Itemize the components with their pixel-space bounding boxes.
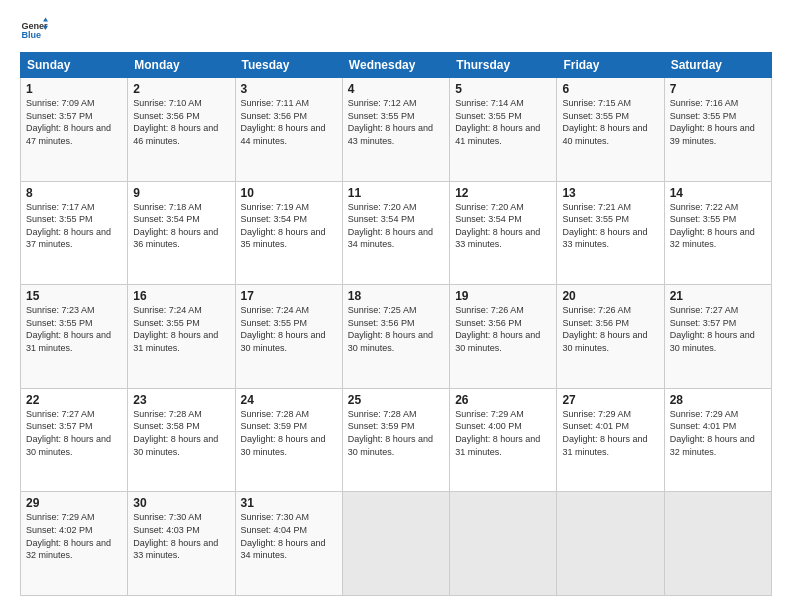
calendar-cell: 8 Sunrise: 7:17 AM Sunset: 3:55 PM Dayli… (21, 181, 128, 285)
day-info: Sunrise: 7:26 AM Sunset: 3:56 PM Dayligh… (562, 304, 658, 354)
day-number: 5 (455, 82, 551, 96)
day-number: 17 (241, 289, 337, 303)
day-number: 16 (133, 289, 229, 303)
day-number: 7 (670, 82, 766, 96)
day-info: Sunrise: 7:21 AM Sunset: 3:55 PM Dayligh… (562, 201, 658, 251)
calendar-cell: 14 Sunrise: 7:22 AM Sunset: 3:55 PM Dayl… (664, 181, 771, 285)
svg-text:Blue: Blue (21, 30, 41, 40)
day-info: Sunrise: 7:28 AM Sunset: 3:59 PM Dayligh… (348, 408, 444, 458)
calendar-cell: 25 Sunrise: 7:28 AM Sunset: 3:59 PM Dayl… (342, 388, 449, 492)
day-info: Sunrise: 7:12 AM Sunset: 3:55 PM Dayligh… (348, 97, 444, 147)
calendar-cell (557, 492, 664, 596)
calendar-cell (450, 492, 557, 596)
day-number: 21 (670, 289, 766, 303)
day-info: Sunrise: 7:22 AM Sunset: 3:55 PM Dayligh… (670, 201, 766, 251)
calendar-cell: 5 Sunrise: 7:14 AM Sunset: 3:55 PM Dayli… (450, 78, 557, 182)
calendar-header-row: SundayMondayTuesdayWednesdayThursdayFrid… (21, 53, 772, 78)
calendar-cell: 3 Sunrise: 7:11 AM Sunset: 3:56 PM Dayli… (235, 78, 342, 182)
calendar-cell: 24 Sunrise: 7:28 AM Sunset: 3:59 PM Dayl… (235, 388, 342, 492)
day-number: 6 (562, 82, 658, 96)
page: General Blue SundayMondayTuesdayWednesda… (0, 0, 792, 612)
day-info: Sunrise: 7:24 AM Sunset: 3:55 PM Dayligh… (133, 304, 229, 354)
calendar-week-row: 15 Sunrise: 7:23 AM Sunset: 3:55 PM Dayl… (21, 285, 772, 389)
day-number: 12 (455, 186, 551, 200)
day-info: Sunrise: 7:10 AM Sunset: 3:56 PM Dayligh… (133, 97, 229, 147)
day-info: Sunrise: 7:28 AM Sunset: 3:58 PM Dayligh… (133, 408, 229, 458)
day-number: 13 (562, 186, 658, 200)
calendar-week-row: 1 Sunrise: 7:09 AM Sunset: 3:57 PM Dayli… (21, 78, 772, 182)
logo: General Blue (20, 16, 48, 44)
day-number: 30 (133, 496, 229, 510)
calendar-week-row: 29 Sunrise: 7:29 AM Sunset: 4:02 PM Dayl… (21, 492, 772, 596)
day-number: 31 (241, 496, 337, 510)
day-info: Sunrise: 7:20 AM Sunset: 3:54 PM Dayligh… (455, 201, 551, 251)
calendar-day-header: Sunday (21, 53, 128, 78)
day-info: Sunrise: 7:14 AM Sunset: 3:55 PM Dayligh… (455, 97, 551, 147)
calendar-cell: 17 Sunrise: 7:24 AM Sunset: 3:55 PM Dayl… (235, 285, 342, 389)
day-number: 4 (348, 82, 444, 96)
day-info: Sunrise: 7:19 AM Sunset: 3:54 PM Dayligh… (241, 201, 337, 251)
day-number: 14 (670, 186, 766, 200)
calendar-day-header: Friday (557, 53, 664, 78)
calendar-day-header: Saturday (664, 53, 771, 78)
calendar-cell: 12 Sunrise: 7:20 AM Sunset: 3:54 PM Dayl… (450, 181, 557, 285)
calendar-cell: 4 Sunrise: 7:12 AM Sunset: 3:55 PM Dayli… (342, 78, 449, 182)
day-info: Sunrise: 7:16 AM Sunset: 3:55 PM Dayligh… (670, 97, 766, 147)
calendar-cell: 13 Sunrise: 7:21 AM Sunset: 3:55 PM Dayl… (557, 181, 664, 285)
calendar-cell: 23 Sunrise: 7:28 AM Sunset: 3:58 PM Dayl… (128, 388, 235, 492)
day-info: Sunrise: 7:20 AM Sunset: 3:54 PM Dayligh… (348, 201, 444, 251)
day-info: Sunrise: 7:26 AM Sunset: 3:56 PM Dayligh… (455, 304, 551, 354)
calendar-cell: 9 Sunrise: 7:18 AM Sunset: 3:54 PM Dayli… (128, 181, 235, 285)
calendar-cell (342, 492, 449, 596)
day-info: Sunrise: 7:29 AM Sunset: 4:00 PM Dayligh… (455, 408, 551, 458)
calendar-cell: 7 Sunrise: 7:16 AM Sunset: 3:55 PM Dayli… (664, 78, 771, 182)
day-info: Sunrise: 7:18 AM Sunset: 3:54 PM Dayligh… (133, 201, 229, 251)
day-number: 10 (241, 186, 337, 200)
day-number: 3 (241, 82, 337, 96)
calendar-day-header: Tuesday (235, 53, 342, 78)
calendar-cell: 21 Sunrise: 7:27 AM Sunset: 3:57 PM Dayl… (664, 285, 771, 389)
day-number: 19 (455, 289, 551, 303)
day-number: 28 (670, 393, 766, 407)
calendar-cell: 2 Sunrise: 7:10 AM Sunset: 3:56 PM Dayli… (128, 78, 235, 182)
calendar-cell: 28 Sunrise: 7:29 AM Sunset: 4:01 PM Dayl… (664, 388, 771, 492)
calendar-cell: 31 Sunrise: 7:30 AM Sunset: 4:04 PM Dayl… (235, 492, 342, 596)
day-info: Sunrise: 7:15 AM Sunset: 3:55 PM Dayligh… (562, 97, 658, 147)
day-info: Sunrise: 7:17 AM Sunset: 3:55 PM Dayligh… (26, 201, 122, 251)
calendar-day-header: Thursday (450, 53, 557, 78)
calendar-cell: 15 Sunrise: 7:23 AM Sunset: 3:55 PM Dayl… (21, 285, 128, 389)
calendar-day-header: Wednesday (342, 53, 449, 78)
day-info: Sunrise: 7:24 AM Sunset: 3:55 PM Dayligh… (241, 304, 337, 354)
calendar-cell: 1 Sunrise: 7:09 AM Sunset: 3:57 PM Dayli… (21, 78, 128, 182)
calendar-cell: 11 Sunrise: 7:20 AM Sunset: 3:54 PM Dayl… (342, 181, 449, 285)
day-number: 27 (562, 393, 658, 407)
day-number: 29 (26, 496, 122, 510)
day-info: Sunrise: 7:09 AM Sunset: 3:57 PM Dayligh… (26, 97, 122, 147)
calendar-cell: 6 Sunrise: 7:15 AM Sunset: 3:55 PM Dayli… (557, 78, 664, 182)
day-number: 20 (562, 289, 658, 303)
calendar-week-row: 22 Sunrise: 7:27 AM Sunset: 3:57 PM Dayl… (21, 388, 772, 492)
day-info: Sunrise: 7:29 AM Sunset: 4:01 PM Dayligh… (562, 408, 658, 458)
calendar-cell: 19 Sunrise: 7:26 AM Sunset: 3:56 PM Dayl… (450, 285, 557, 389)
day-info: Sunrise: 7:25 AM Sunset: 3:56 PM Dayligh… (348, 304, 444, 354)
day-number: 18 (348, 289, 444, 303)
calendar-cell (664, 492, 771, 596)
day-info: Sunrise: 7:29 AM Sunset: 4:02 PM Dayligh… (26, 511, 122, 561)
day-number: 15 (26, 289, 122, 303)
day-number: 2 (133, 82, 229, 96)
day-number: 8 (26, 186, 122, 200)
header: General Blue (20, 16, 772, 44)
day-info: Sunrise: 7:30 AM Sunset: 4:04 PM Dayligh… (241, 511, 337, 561)
day-number: 9 (133, 186, 229, 200)
day-number: 22 (26, 393, 122, 407)
calendar-cell: 10 Sunrise: 7:19 AM Sunset: 3:54 PM Dayl… (235, 181, 342, 285)
day-info: Sunrise: 7:28 AM Sunset: 3:59 PM Dayligh… (241, 408, 337, 458)
day-number: 1 (26, 82, 122, 96)
calendar-cell: 20 Sunrise: 7:26 AM Sunset: 3:56 PM Dayl… (557, 285, 664, 389)
calendar-cell: 22 Sunrise: 7:27 AM Sunset: 3:57 PM Dayl… (21, 388, 128, 492)
day-info: Sunrise: 7:29 AM Sunset: 4:01 PM Dayligh… (670, 408, 766, 458)
calendar-cell: 29 Sunrise: 7:29 AM Sunset: 4:02 PM Dayl… (21, 492, 128, 596)
day-number: 26 (455, 393, 551, 407)
calendar-cell: 18 Sunrise: 7:25 AM Sunset: 3:56 PM Dayl… (342, 285, 449, 389)
day-number: 23 (133, 393, 229, 407)
